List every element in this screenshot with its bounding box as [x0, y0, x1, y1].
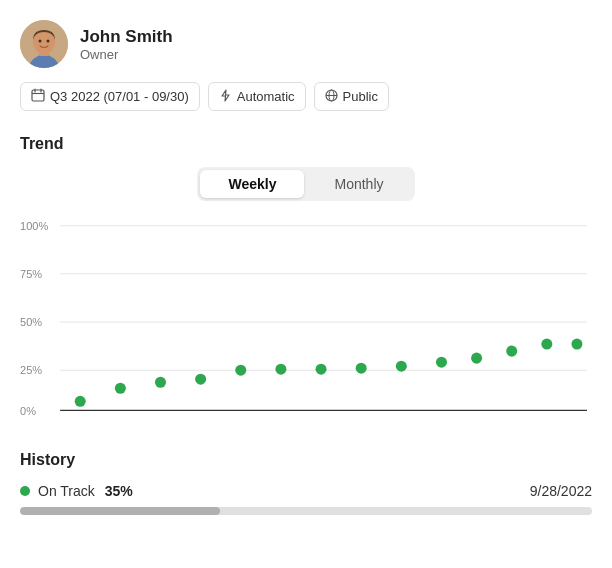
progress-bar-fill — [20, 507, 220, 515]
svg-point-23 — [75, 396, 86, 407]
svg-point-24 — [115, 383, 126, 394]
trend-chart: 100% 75% 50% 25% 0% — [20, 213, 592, 423]
trend-section: Trend Weekly Monthly 100% 75% 50% 25% 0% — [20, 135, 592, 423]
svg-point-3 — [39, 40, 42, 43]
user-role: Owner — [80, 47, 173, 62]
svg-text:75%: 75% — [20, 268, 42, 280]
status-label: On Track — [38, 483, 95, 499]
header: John Smith Owner — [20, 20, 592, 68]
svg-point-30 — [356, 363, 367, 374]
pills-row: Q3 2022 (07/01 - 09/30) Automatic Public — [20, 82, 592, 111]
svg-point-32 — [436, 357, 447, 368]
progress-bar — [20, 507, 592, 515]
history-title: History — [20, 451, 592, 469]
calendar-icon — [31, 88, 45, 105]
svg-point-25 — [155, 377, 166, 388]
svg-point-27 — [235, 365, 246, 376]
user-info: John Smith Owner — [80, 27, 173, 62]
on-track-dot — [20, 486, 30, 496]
svg-point-36 — [571, 339, 582, 350]
toggle-wrap: Weekly Monthly — [197, 167, 414, 201]
public-pill[interactable]: Public — [314, 82, 389, 111]
svg-point-34 — [506, 346, 517, 357]
svg-point-26 — [195, 374, 206, 385]
public-label: Public — [343, 89, 378, 104]
globe-icon — [325, 89, 338, 105]
trend-title: Trend — [20, 135, 592, 153]
user-name: John Smith — [80, 27, 173, 47]
history-section: History On Track 35% 9/28/2022 — [20, 451, 592, 515]
history-date: 9/28/2022 — [530, 483, 592, 499]
svg-point-35 — [541, 339, 552, 350]
svg-point-31 — [396, 361, 407, 372]
svg-text:50%: 50% — [20, 316, 42, 328]
date-range-label: Q3 2022 (07/01 - 09/30) — [50, 89, 189, 104]
svg-marker-9 — [222, 90, 229, 101]
svg-text:100%: 100% — [20, 220, 48, 232]
svg-text:0%: 0% — [20, 405, 36, 417]
history-row: On Track 35% 9/28/2022 — [20, 483, 592, 499]
svg-point-28 — [275, 364, 286, 375]
monthly-toggle[interactable]: Monthly — [306, 170, 411, 198]
date-range-pill[interactable]: Q3 2022 (07/01 - 09/30) — [20, 82, 200, 111]
weekly-toggle[interactable]: Weekly — [200, 170, 304, 198]
toggle-group: Weekly Monthly — [20, 167, 592, 201]
chart-svg: 100% 75% 50% 25% 0% — [20, 213, 592, 423]
svg-text:25%: 25% — [20, 364, 42, 376]
svg-point-29 — [316, 364, 327, 375]
avatar — [20, 20, 68, 68]
svg-point-33 — [471, 353, 482, 364]
svg-rect-5 — [32, 90, 44, 101]
lightning-icon — [219, 89, 232, 105]
history-percentage: 35% — [105, 483, 133, 499]
automatic-pill[interactable]: Automatic — [208, 82, 306, 111]
automatic-label: Automatic — [237, 89, 295, 104]
svg-point-4 — [47, 40, 50, 43]
